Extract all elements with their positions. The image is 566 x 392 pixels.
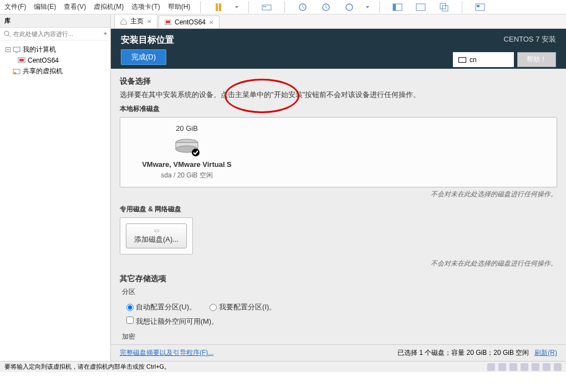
tree-shared-vms[interactable]: + 共享的虚拟机: [3, 65, 107, 77]
sidebar: 库 − 我的计算机 CentOS64 + 共享的虚拟机: [0, 14, 111, 361]
disk-name: VMware, VMware Virtual S: [131, 160, 242, 169]
radio-auto-partition[interactable]: 自动配置分区(U)。: [126, 302, 196, 312]
unity-button[interactable]: [436, 0, 452, 15]
tree-my-computer[interactable]: − 我的计算机: [3, 44, 107, 55]
disk-summary-link[interactable]: 完整磁盘摘要以及引导程序(F)...: [120, 348, 213, 358]
local-disks-label: 本地标准磁盘: [120, 104, 557, 114]
menu-view[interactable]: 查看(V): [64, 2, 86, 12]
snapshot-revert-button[interactable]: [318, 0, 334, 15]
done-button[interactable]: 完成(D): [121, 49, 166, 65]
add-disk-label: 添加磁盘(A)...: [134, 235, 179, 243]
encrypt-label: 加密: [120, 332, 557, 342]
divider: [462, 1, 462, 13]
sidebar-header: 库: [0, 14, 110, 28]
send-keys-button[interactable]: [259, 0, 274, 15]
checkbox-extra-space[interactable]: 我想让额外空间可用(M)。: [126, 317, 218, 327]
tree-label: CentOS64: [28, 57, 59, 64]
disk-icon: [174, 135, 200, 157]
menu-file[interactable]: 文件(F): [4, 2, 26, 12]
menu-edit[interactable]: 编辑(E): [34, 2, 56, 12]
tree-label: 我的计算机: [23, 45, 56, 54]
svg-rect-8: [416, 4, 425, 11]
device-icon[interactable]: [543, 363, 550, 371]
status-hint: 要将输入定向到该虚拟机，请在虚拟机内部单击或按 Ctrl+G。: [4, 363, 170, 371]
svg-rect-2: [265, 6, 266, 7]
menu-tabs[interactable]: 选项卡(T): [131, 2, 160, 12]
radio-manual-partition[interactable]: 我要配置分区(I)。: [210, 302, 276, 312]
disk-note: 不会对未在此处选择的磁盘进行任何操作。: [120, 190, 557, 199]
vm-icon: [165, 19, 171, 25]
status-bar: 要将输入定向到该虚拟机，请在虚拟机内部单击或按 Ctrl+G。: [0, 361, 566, 372]
language-selector[interactable]: cn: [453, 52, 514, 67]
divider: [248, 1, 249, 13]
collapse-icon[interactable]: −: [6, 47, 11, 52]
home-icon: [120, 18, 127, 25]
network-disks-container: ▭ 添加磁盘(A)...: [120, 217, 193, 254]
device-description: 选择要在其中安装系统的设备。点击主菜单中的"开始安装"按钮前不会对该设备进行任何…: [120, 90, 557, 100]
disk-info: sda / 20 GiB 空闲: [131, 171, 242, 180]
device-icon[interactable]: [532, 363, 539, 371]
tree-view: − 我的计算机 CentOS64 + 共享的虚拟机: [0, 40, 110, 80]
svg-rect-24: [459, 58, 466, 62]
device-icon[interactable]: [498, 363, 506, 371]
snapshot-button[interactable]: [295, 0, 310, 15]
tab-label: CentOS64: [175, 18, 206, 26]
divider: [284, 1, 285, 13]
tree-label: 共享的虚拟机: [23, 67, 63, 76]
dropdown-icon[interactable]: [104, 33, 107, 35]
status-icons: [487, 363, 562, 371]
close-icon[interactable]: ✕: [147, 18, 151, 24]
svg-rect-10: [442, 6, 448, 11]
disk-size: 20 GiB: [131, 124, 242, 133]
device-icon[interactable]: [487, 363, 495, 371]
partition-label: 分区: [120, 287, 557, 297]
svg-rect-1: [263, 6, 264, 7]
show-sidebar-button[interactable]: [390, 0, 405, 15]
dropdown-icon[interactable]: [235, 6, 238, 8]
dropdown-icon[interactable]: [366, 6, 369, 8]
menu-help[interactable]: 帮助(H): [168, 2, 191, 12]
help-button[interactable]: 帮助！: [517, 52, 556, 67]
fullscreen-button[interactable]: [413, 0, 429, 15]
check-icon: [191, 148, 200, 157]
divider: [200, 1, 201, 13]
device-icon[interactable]: [554, 363, 562, 371]
tab-bar: 主页 ✕ CentOS64 ✕: [111, 14, 566, 29]
add-disk-button[interactable]: ▭ 添加磁盘(A)...: [126, 223, 187, 248]
tab-vm-centos64[interactable]: CentOS64 ✕: [159, 16, 220, 28]
shared-icon: [13, 68, 21, 75]
vm-display[interactable]: 安装目标位置 完成(D) CENTOS 7 安装 cn 帮助！ 设备选: [111, 29, 566, 361]
thumbnail-button[interactable]: [472, 0, 488, 15]
svg-point-5: [346, 4, 353, 11]
installer-footer: 完整磁盘摘要以及引导程序(F)... 已选择 1 个磁盘；容量 20 GiB；2…: [111, 344, 566, 361]
snapshot-manager-button[interactable]: [341, 0, 357, 15]
tab-home[interactable]: 主页 ✕: [114, 14, 157, 28]
local-disks-container: 20 GiB VMware, VMware Virtual S sda / 20…: [120, 117, 557, 187]
svg-rect-15: [13, 47, 20, 52]
device-icon[interactable]: [509, 363, 517, 371]
refresh-link[interactable]: 刷新(R): [534, 349, 557, 357]
svg-line-14: [8, 35, 11, 37]
svg-point-20: [14, 72, 16, 74]
tree-vm-centos64[interactable]: CentOS64: [3, 55, 107, 65]
installer-title: 安装目标位置: [121, 34, 174, 46]
svg-rect-18: [19, 59, 24, 62]
menu-bar: 文件(F) 编辑(E) 查看(V) 虚拟机(M) 选项卡(T) 帮助(H): [0, 0, 566, 14]
svg-point-13: [4, 31, 9, 35]
lang-label: cn: [470, 56, 477, 64]
search-box[interactable]: [0, 28, 110, 40]
disk-item[interactable]: 20 GiB VMware, VMware Virtual S sda / 20…: [131, 124, 242, 180]
menu-vm[interactable]: 虚拟机(M): [94, 2, 124, 12]
section-other-storage: 其它存储选项: [120, 274, 557, 284]
svg-rect-0: [262, 5, 271, 10]
disk-small-icon: ▭: [134, 227, 179, 233]
search-input[interactable]: [13, 30, 100, 37]
section-device-selection: 设备选择: [120, 77, 557, 86]
svg-rect-12: [477, 5, 480, 7]
svg-rect-7: [393, 4, 396, 11]
device-icon[interactable]: [521, 363, 528, 371]
installer-body: 设备选择 选择要在其中安装系统的设备。点击主菜单中的"开始安装"按钮前不会对该设…: [111, 69, 566, 344]
keyboard-icon: [458, 57, 466, 63]
close-icon[interactable]: ✕: [209, 19, 213, 26]
pause-button[interactable]: [211, 0, 226, 15]
